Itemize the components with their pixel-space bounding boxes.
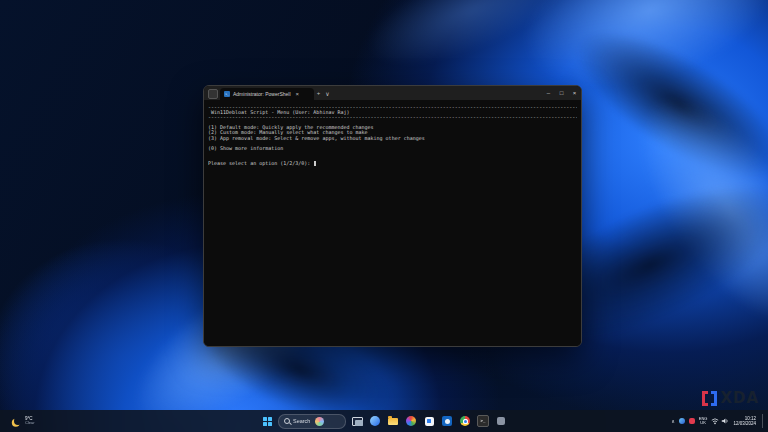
window-app-icon <box>208 89 218 99</box>
terminal-separator-line: ----------------------------------------… <box>208 115 577 120</box>
titlebar-drag-area[interactable] <box>332 86 542 100</box>
store-button[interactable] <box>422 413 436 429</box>
xda-bracket-left-icon <box>702 391 708 406</box>
tray-app-red-icon[interactable] <box>689 418 695 424</box>
weather-condition: Clear <box>25 421 35 426</box>
weather-widget[interactable]: 9°C Clear <box>10 410 39 432</box>
language-indicator[interactable]: ENG UK <box>699 417 708 426</box>
file-explorer-button[interactable] <box>386 413 400 429</box>
moon-weather-icon <box>14 417 22 425</box>
search-box[interactable]: Search <box>278 414 346 429</box>
wifi-icon <box>711 417 719 425</box>
terminal-window: >_ Administrator: PowerShell × + ∨ – □ ×… <box>203 85 582 347</box>
volume-icon <box>721 417 729 425</box>
search-icon <box>284 418 290 424</box>
terminal-icon: >_ <box>477 415 489 427</box>
tab-dropdown-button[interactable]: ∨ <box>323 86 332 100</box>
terminal-prompt-text: Please select an option (1/2/3/0): <box>208 161 313 166</box>
photos-button[interactable] <box>404 413 418 429</box>
xda-watermark: XDA <box>702 389 759 407</box>
task-view-icon <box>352 417 363 426</box>
terminal-cursor <box>314 161 316 166</box>
powershell-icon: >_ <box>224 91 230 97</box>
maximize-button[interactable]: □ <box>555 86 568 100</box>
terminal-titlebar[interactable]: >_ Administrator: PowerShell × + ∨ – □ × <box>204 86 581 100</box>
terminal-button[interactable]: >_ <box>476 413 490 429</box>
terminal-content[interactable]: ----------------------------------------… <box>204 100 581 346</box>
show-desktop-button[interactable] <box>762 414 765 428</box>
language-line2: UK <box>700 421 706 426</box>
outlook-icon <box>442 416 452 426</box>
windows-logo-icon <box>263 417 272 426</box>
taskbar: 9°C Clear Search >_ ∧ ENG UK <box>0 410 768 432</box>
clock-date: 12/03/2024 <box>733 421 756 426</box>
clock[interactable]: 10:12 12/03/2024 <box>733 416 756 426</box>
pinned-app-button[interactable] <box>494 413 508 429</box>
tab-close-icon[interactable]: × <box>296 91 300 97</box>
system-tray: ∧ ENG UK 10:12 12/03/2024 <box>671 410 765 432</box>
search-label: Search <box>293 418 310 424</box>
tab-administrator-powershell[interactable]: >_ Administrator: PowerShell × <box>220 88 314 100</box>
close-button[interactable]: × <box>568 86 581 100</box>
xda-watermark-text: XDA <box>720 389 759 407</box>
bing-daily-image-icon[interactable] <box>315 417 324 426</box>
taskbar-center-icons: Search >_ <box>260 410 508 432</box>
terminal-prompt-row[interactable]: Please select an option (1/2/3/0): <box>208 161 577 166</box>
chrome-button[interactable] <box>458 413 472 429</box>
pinwheel-icon <box>406 416 416 426</box>
chrome-icon <box>460 416 470 426</box>
new-tab-button[interactable]: + <box>314 86 323 100</box>
quick-settings[interactable] <box>711 417 729 425</box>
app-icon <box>497 417 505 425</box>
copilot-icon <box>370 416 380 426</box>
folder-icon <box>388 418 398 425</box>
outlook-button[interactable] <box>440 413 454 429</box>
tab-title: Administrator: PowerShell <box>233 91 291 97</box>
task-view-button[interactable] <box>350 413 364 429</box>
xda-bracket-right-icon <box>711 391 717 406</box>
start-button[interactable] <box>260 413 274 429</box>
store-icon <box>425 417 434 426</box>
hidden-icons-chevron-icon[interactable]: ∧ <box>671 418 675 424</box>
tray-app-blue-icon[interactable] <box>679 418 685 424</box>
minimize-button[interactable]: – <box>542 86 555 100</box>
copilot-button[interactable] <box>368 413 382 429</box>
